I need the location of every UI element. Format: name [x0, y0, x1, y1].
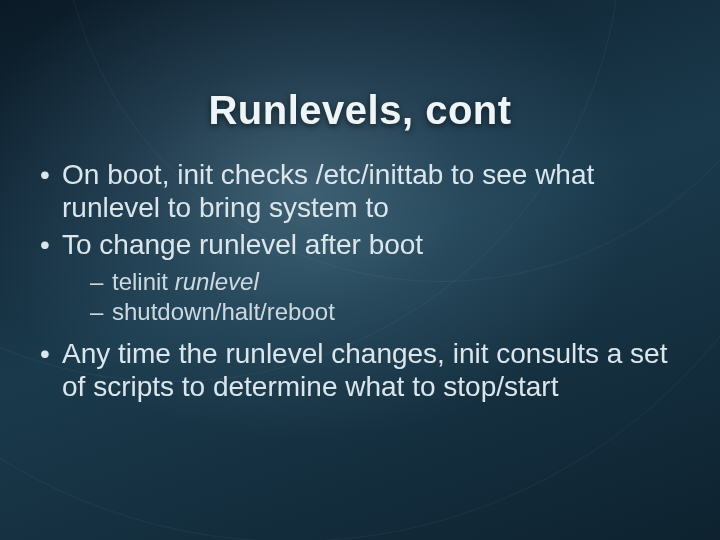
- slide-body: On boot, init checks /etc/inittab to see…: [34, 158, 686, 407]
- sub-bullet-text: telinit: [112, 268, 175, 295]
- sub-bullet-item: shutdown/halt/reboot: [90, 297, 686, 327]
- sub-bullet-text: shutdown/halt/reboot: [112, 298, 335, 325]
- slide-title: Runlevels, cont: [0, 88, 720, 133]
- sub-bullet-emphasis: runlevel: [175, 268, 259, 295]
- bullet-item: To change runlevel after boot telinit ru…: [34, 228, 686, 327]
- bullet-text: Any time the runlevel changes, init cons…: [62, 338, 667, 402]
- bullet-item: Any time the runlevel changes, init cons…: [34, 337, 686, 403]
- bullet-list: On boot, init checks /etc/inittab to see…: [34, 158, 686, 403]
- bullet-item: On boot, init checks /etc/inittab to see…: [34, 158, 686, 224]
- bullet-text: To change runlevel after boot: [62, 229, 423, 260]
- slide: Runlevels, cont On boot, init checks /et…: [0, 0, 720, 540]
- bullet-text: On boot, init checks /etc/inittab to see…: [62, 159, 594, 223]
- sub-bullet-list: telinit runlevel shutdown/halt/reboot: [62, 267, 686, 327]
- sub-bullet-item: telinit runlevel: [90, 267, 686, 297]
